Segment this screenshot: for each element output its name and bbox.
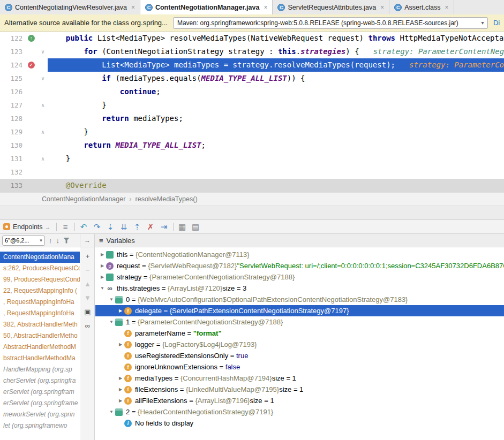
editor-tab[interactable]: CContentNegotiationManager.java× [140,0,273,14]
variable-row[interactable]: ▶ffileExtensions = {LinkedMultiValueMap@… [95,384,504,395]
frame-row[interactable]: 382, AbstractHandlerMeth [0,319,80,330]
variable-row[interactable]: fuseRegisteredExtensionsOnly = true [95,350,504,361]
frame-row[interactable]: , RequestMappingInfoHa [0,308,80,319]
editor-tab[interactable]: CServletRequestAttributes.java× [273,0,389,14]
variable-row[interactable]: iNo fields to display [95,418,504,429]
collapse-icon[interactable]: ▼ [99,286,106,291]
force-step-into-icon[interactable]: ⇊ [117,220,131,233]
tab-close-icon[interactable]: × [131,4,135,11]
code-line[interactable]: 124✓ List<MediaType> mediaTypes = strate… [0,58,504,72]
variable-row[interactable]: ▶prequest = {ServletWebRequest@7182} "Se… [95,260,504,271]
code-line[interactable]: 123∨ for (ContentNegotiationStrategy str… [0,45,504,58]
variable-row[interactable]: ▼∞this.strategies = {ArrayList@7120} siz… [95,283,504,294]
variable-row[interactable]: fparameterName = "format" [95,328,504,339]
variable-row[interactable]: ▶fdelegate = {ServletPathExtensionConten… [95,305,504,316]
code-line[interactable]: 129∧ } [0,125,504,139]
expand-icon[interactable]: ▶ [117,398,124,403]
frame-row[interactable]: erServlet (org.springfram [0,386,80,398]
disable-link[interactable]: Di [493,19,500,27]
thread-selector[interactable]: 6"@6,2... ▾ [2,236,45,246]
step-over-icon[interactable]: ↷ [91,220,104,233]
frame-row[interactable]: 22, RequestMappingInfo ( [0,285,80,297]
editor-tab[interactable]: CContentNegotiatingViewResolver.java× [0,0,140,14]
frame-row[interactable]: , RequestMappingInfoHa [0,297,80,308]
variable-row[interactable]: ▶flogger = {LogFactory$Log4jLog@7193} [95,339,504,350]
hide-frames-filter-icon[interactable] [63,238,70,244]
expand-icon[interactable]: ▶ [117,308,124,313]
variable-row[interactable]: ▼1 = {ParameterContentNegotiationStrateg… [95,316,504,328]
variable-row[interactable]: ▼2 = {HeaderContentNegotiationStrategy@7… [95,406,504,418]
breakpoint-icon[interactable]: ✓ [28,62,35,69]
add-watch-button[interactable]: + [86,253,90,260]
code-line[interactable]: 128 return mediaTypes; [0,112,504,125]
step-out-icon[interactable]: ⇡ [131,220,144,233]
frame-row[interactable]: ContentNegotiationMana [0,252,80,263]
run-to-cursor-icon[interactable]: ⇥ [157,220,171,233]
layout-settings-icon[interactable]: ▤ [189,220,202,233]
fold-marker-icon[interactable]: ∨ [38,45,48,58]
code-line[interactable]: 125∨ if (mediaTypes.equals(MEDIA_TYPE_AL… [0,72,504,85]
frame-row[interactable]: let (org.springframewo [0,420,80,431]
code-line[interactable]: 132 [0,165,504,179]
tab-close-icon[interactable]: × [380,4,384,11]
menu-icon[interactable]: ≡ [99,237,103,245]
variable-row[interactable]: fignoreUnknownExtensions = false [95,361,504,373]
variable-row[interactable]: ▶fallFileExtensions = {ArrayList@7196} s… [95,395,504,406]
layout-grid-icon[interactable]: ▦ [176,220,189,233]
fold-marker-icon[interactable]: ∨ [38,72,48,85]
chevron-down-icon[interactable]: ▾ [478,20,487,26]
add-to-watches-icon[interactable]: → [84,237,91,244]
breadcrumb-class[interactable]: ContentNegotiationManager [42,195,125,203]
code-line[interactable]: 127∧ } [0,98,504,112]
expand-icon[interactable]: ▶ [99,263,106,268]
frame-row[interactable]: 99, ProducesRequestCond [0,274,80,285]
frame-row[interactable]: HandlerMapping (org.sp [0,364,80,375]
fold-marker-icon[interactable]: ∧ [38,152,48,165]
next-frame-button[interactable]: ↓ [56,237,60,245]
show-watches-toggle[interactable]: ∞ [85,322,90,329]
frame-row[interactable]: bstractHandlerMethodMa [0,353,80,364]
frame-row[interactable]: AbstractHandlerMethodM [0,342,80,353]
frame-row[interactable]: erServlet (org.springframe [0,398,80,409]
chevron-down-icon[interactable]: ▾ [37,238,44,243]
code-line[interactable]: 126 continue; [0,85,504,98]
alternative-source-select[interactable]: Maven: org.springframework:spring-web:5.… [173,17,488,29]
variable-row[interactable]: ▶fmediaTypes = {ConcurrentHashMap@7194} … [95,373,504,384]
frame-row[interactable]: 50, AbstractHandlerMetho [0,330,80,342]
frame-row[interactable]: meworkServlet (org.sprin [0,409,80,420]
step-into-icon[interactable]: ⇣ [104,220,117,233]
variable-row[interactable]: ▶strategy = {ParameterContentNegotiation… [95,271,504,283]
expand-icon[interactable]: ▶ [99,275,106,279]
collapse-icon[interactable]: ▼ [108,320,115,324]
code-line[interactable]: 122↑ public List<MediaType> resolveMedia… [0,32,504,45]
menu-icon[interactable]: ≡ [59,220,72,233]
frame-row[interactable]: s:262, ProducesRequestCo [0,263,80,274]
variable-row[interactable]: ▼0 = {WebMvcAutoConfiguration$OptionalPa… [95,294,504,305]
fold-marker-icon[interactable]: ∧ [38,98,48,112]
tab-close-icon[interactable]: × [445,4,449,11]
expand-icon[interactable]: ▶ [99,252,106,257]
frame-row[interactable]: cherServlet (org.springfra [0,375,80,386]
variable-row[interactable]: ▶this = {ContentNegotiationManager@7113} [95,249,504,260]
breadcrumb-method[interactable]: resolveMediaTypes() [136,195,198,203]
drop-frame-icon[interactable]: ✗ [144,220,157,233]
collapse-icon[interactable]: ▼ [108,297,115,302]
editor-tab[interactable]: CAssert.class× [389,0,454,14]
remove-watch-button[interactable]: − [86,267,90,274]
line-number: 123 [0,45,24,58]
expand-icon[interactable]: ▶ [117,387,124,392]
code-line[interactable]: 133 @Override [0,179,504,192]
implements-method-icon[interactable]: ↑ [28,35,35,42]
code-editor[interactable]: 122↑ public List<MediaType> resolveMedia… [0,32,504,192]
show-execution-point-icon[interactable]: ↶ [77,220,91,233]
endpoints-tab[interactable]: Endpoints [13,223,43,231]
code-line[interactable]: 131∧ } [0,152,504,165]
tab-close-icon[interactable]: × [264,4,267,11]
collapse-icon[interactable]: ▼ [108,409,115,414]
code-line[interactable]: 130 return MEDIA_TYPE_ALL_LIST; [0,139,504,152]
fold-marker-icon[interactable]: ∧ [38,125,48,139]
expand-icon[interactable]: ▶ [117,342,124,347]
duplicate-watch-button[interactable]: ▣ [84,308,91,315]
expand-icon[interactable]: ▶ [117,376,124,381]
previous-frame-button[interactable]: ↑ [49,237,52,245]
